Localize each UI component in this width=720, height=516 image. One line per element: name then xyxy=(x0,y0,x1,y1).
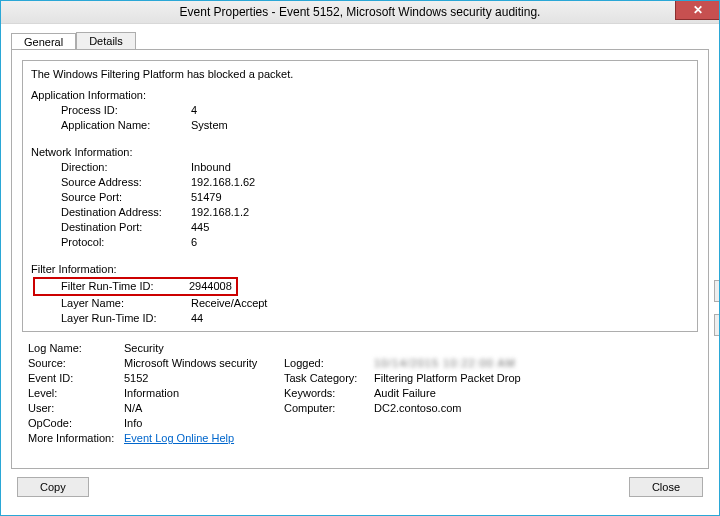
filter-rtid-label: Filter Run-Time ID: xyxy=(61,279,189,294)
filter-rtid-value: 2944008 xyxy=(189,280,232,292)
src-port-label: Source Port: xyxy=(61,190,191,205)
layer-rtid-label: Layer Run-Time ID: xyxy=(61,311,191,326)
filter-runtime-highlight: Filter Run-Time ID:2944008 xyxy=(33,277,238,296)
tab-general[interactable]: General xyxy=(11,33,76,50)
tab-pane-general: ⬆ ⬇ The Windows Filtering Platform has b… xyxy=(11,49,709,469)
event-description-box: The Windows Filtering Platform has block… xyxy=(22,60,698,332)
task-category-label: Task Category: xyxy=(284,372,374,384)
log-name-label: Log Name: xyxy=(28,342,124,354)
logged-value: 10/14/2015 10:22:00 AM xyxy=(374,357,698,369)
dst-addr-label: Destination Address: xyxy=(61,205,191,220)
copy-button[interactable]: Copy xyxy=(17,477,89,497)
level-value: Information xyxy=(124,387,284,399)
direction-label: Direction: xyxy=(61,160,191,175)
titlebar: Event Properties - Event 5152, Microsoft… xyxy=(1,1,719,24)
filter-info-header: Filter Information: xyxy=(31,262,689,277)
more-info-label: More Information: xyxy=(28,432,124,444)
layer-rtid-value: 44 xyxy=(191,311,203,326)
logged-label: Logged: xyxy=(284,357,374,369)
close-button[interactable]: Close xyxy=(629,477,703,497)
src-addr-label: Source Address: xyxy=(61,175,191,190)
app-name-label: Application Name: xyxy=(61,118,191,133)
layer-name-label: Layer Name: xyxy=(61,296,191,311)
event-meta-grid: Log Name: Security Source: Microsoft Win… xyxy=(22,342,698,444)
process-id-value: 4 xyxy=(191,103,197,118)
tab-details[interactable]: Details xyxy=(76,32,136,49)
net-info-header: Network Information: xyxy=(31,145,689,160)
computer-value: DC2.contoso.com xyxy=(374,402,698,414)
src-addr-value: 192.168.1.62 xyxy=(191,175,255,190)
dst-port-value: 445 xyxy=(191,220,209,235)
close-icon[interactable]: ✕ xyxy=(675,0,720,20)
event-headline: The Windows Filtering Platform has block… xyxy=(31,67,689,82)
window-title: Event Properties - Event 5152, Microsoft… xyxy=(1,5,719,19)
arrow-down-icon[interactable]: ⬇ xyxy=(714,314,720,336)
arrow-up-icon[interactable]: ⬆ xyxy=(714,280,720,302)
direction-value: Inbound xyxy=(191,160,231,175)
log-name-value: Security xyxy=(124,342,698,354)
event-id-value: 5152 xyxy=(124,372,284,384)
opcode-label: OpCode: xyxy=(28,417,124,429)
source-value: Microsoft Windows security xyxy=(124,357,284,369)
content-area: General Details ⬆ ⬇ The Windows Filterin… xyxy=(1,24,719,515)
level-label: Level: xyxy=(28,387,124,399)
opcode-value: Info xyxy=(124,417,698,429)
user-label: User: xyxy=(28,402,124,414)
src-port-value: 51479 xyxy=(191,190,222,205)
task-category-value: Filtering Platform Packet Drop xyxy=(374,372,698,384)
source-label: Source: xyxy=(28,357,124,369)
dst-port-label: Destination Port: xyxy=(61,220,191,235)
dst-addr-value: 192.168.1.2 xyxy=(191,205,249,220)
layer-name-value: Receive/Accept xyxy=(191,296,267,311)
computer-label: Computer: xyxy=(284,402,374,414)
event-id-label: Event ID: xyxy=(28,372,124,384)
app-name-value: System xyxy=(191,118,228,133)
app-info-header: Application Information: xyxy=(31,88,689,103)
keywords-value: Audit Failure xyxy=(374,387,698,399)
protocol-value: 6 xyxy=(191,235,197,250)
user-value: N/A xyxy=(124,402,284,414)
process-id-label: Process ID: xyxy=(61,103,191,118)
protocol-label: Protocol: xyxy=(61,235,191,250)
keywords-label: Keywords: xyxy=(284,387,374,399)
more-info-link[interactable]: Event Log Online Help xyxy=(124,432,234,444)
button-bar: Copy Close xyxy=(11,469,709,505)
